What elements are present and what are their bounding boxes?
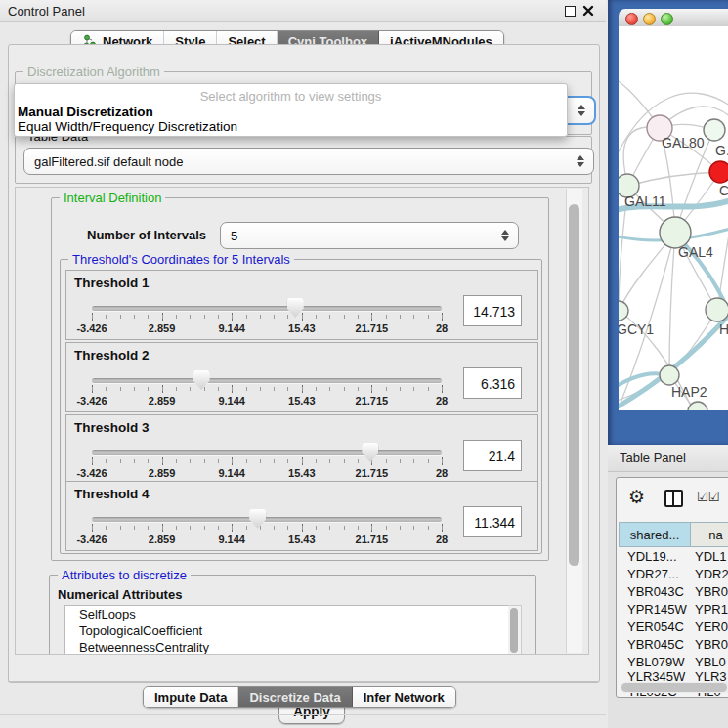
settings-scroll-panel: Interval Definition Number of Intervals … [15,187,589,655]
threshold-3-slider[interactable]: -3.4262.8599.14415.4321.71528 [92,443,444,482]
list-item[interactable]: SelfLoops [65,606,509,622]
interval-definition-group: Interval Definition Number of Intervals … [51,197,549,561]
column-header-shared-name[interactable]: shared... [619,522,691,547]
algorithm-option-manual[interactable]: Manual Discretization [18,105,153,119]
threshold-3-value-field[interactable]: 21.4 [463,440,522,471]
threshold-1-label: Threshold 1 [74,276,150,290]
gear-icon[interactable]: ⚙ [628,486,645,508]
table-header-row: shared... na [619,522,728,547]
table-row[interactable]: YDL19...YDL1 [619,549,728,567]
number-of-intervals-label: Number of Intervals [87,228,206,242]
tab-discretize-data-label: Discretize Data [249,690,340,705]
slider-minor-ticks [92,387,443,391]
threshold-1-panel: Threshold 1 -3.4262.8599.14415.4321.7152… [65,270,538,340]
list-item[interactable]: BetweennessCentrality [65,639,509,655]
table-data-select[interactable]: galFiltered.sif default node [23,148,594,175]
slider-minor-ticks [92,526,443,530]
columns-icon[interactable] [664,490,683,507]
slider-minor-ticks [92,459,443,463]
tab-discretize-data[interactable]: Discretize Data [238,687,352,707]
tab-infer-network-label: Infer Network [364,690,445,705]
slider-scale: -3.4262.8599.14415.4321.71528 [92,534,442,546]
node-label-gal4: GAL4 [678,244,713,260]
separator [8,681,598,682]
tab-impute-data[interactable]: Impute Data [144,687,238,707]
tab-infer-network[interactable]: Infer Network [353,687,455,707]
node-label-g-partial: G. [715,143,728,158]
minimize-traffic-light[interactable] [643,13,656,25]
list-item[interactable]: TopologicalCoefficient [65,622,509,639]
node-top-right[interactable] [704,119,725,141]
network-canvas[interactable]: GAL80 G. GAL11 C GAL4 GCY1 H HAP2 [619,26,728,410]
node-label-gcy1: GCY1 [619,321,654,337]
threshold-1-value-field[interactable]: 14.713 [463,295,522,326]
node-hap2[interactable] [660,365,679,385]
combo-arrows-icon [501,230,509,241]
threshold-3-panel: Threshold 3 -3.4262.8599.14415.4321.7152… [65,414,538,485]
threshold-2-slider[interactable]: -3.4262.8599.14415.4321.71528 [92,370,444,409]
thresholds-group-title: Threshold's Coordinates for 5 Intervals [68,252,294,267]
float-window-icon[interactable] [565,6,576,17]
table-panel-toolbar: ⚙ ☑☑ [617,478,728,519]
attributes-to-discretize-group: Attributes to discretize Numerical Attri… [49,575,536,655]
slider-track [92,517,442,522]
table-horizontal-scrollbar[interactable] [621,682,728,693]
numerical-attributes-list[interactable]: SelfLoops TopologicalCoefficient Between… [64,605,510,655]
separator [0,714,606,715]
table-row[interactable]: YPR145WYPR1 [619,602,728,620]
table-data-selected-value: galFiltered.sif default node [34,154,183,169]
checkbox-icons[interactable]: ☑☑ [697,490,719,504]
network-window-titlebar[interactable] [619,9,728,27]
table-panel-title: Table Panel [620,450,686,465]
threshold-2-value-field[interactable]: 6.316 [463,367,522,399]
network-view-window: GAL80 G. GAL11 C GAL4 GCY1 H HAP2 [608,0,728,445]
threshold-4-value-field[interactable]: 11.344 [463,506,522,537]
threshold-2-label: Threshold 2 [74,348,150,363]
number-of-intervals-value: 5 [231,229,237,243]
discretization-algorithm-group-title: Discretization Algorithm [23,64,164,79]
interval-definition-group-title: Interval Definition [60,191,165,205]
threshold-4-label: Threshold 4 [74,487,150,501]
algorithm-option-equal-width[interactable]: Equal Width/Frequency Discretization [18,119,237,134]
table-panel: ⚙ ☑☑ shared... na YDL19...YDL1 YDR27...Y… [616,477,728,698]
slider-minor-ticks [92,315,443,319]
cyni-toolbox-panel: Discretization Algorithm Select algorith… [8,44,600,683]
node-label-gal80: GAL80 [662,135,705,150]
table-panel-titlebar: Table Panel [608,445,728,472]
attributes-list-scrollbar[interactable] [508,605,522,655]
thresholds-coordinates-group: Threshold's Coordinates for 5 Intervals … [60,259,542,554]
network-graph [619,26,728,410]
table-row[interactable]: YBR043CYBR0 [619,584,728,602]
node-label-c-partial: C [719,183,728,198]
table-row[interactable]: YBR045CYBR0 [619,637,728,655]
control-panel: Control Panel Network Style Select Cyni … [0,0,606,728]
threshold-4-slider[interactable]: -3.4262.8599.14415.4321.71528 [92,509,444,548]
table-row[interactable]: YER054CYER0 [619,620,728,637]
panel-vertical-scrollbar[interactable] [566,189,582,653]
combo-arrows-icon [577,155,584,167]
slider-scale: -3.4262.8599.14415.4321.71528 [92,467,442,480]
column-header-name[interactable]: na [691,522,728,547]
algorithm-placeholder-option: Select algorithm to view settings [15,89,567,104]
node-bottom-partial[interactable] [688,402,707,410]
attributes-group-title: Attributes to discretize [58,568,191,582]
threshold-1-slider[interactable]: -3.4262.8599.14415.4321.71528 [92,298,444,337]
number-of-intervals-select[interactable]: 5 [220,222,519,249]
tab-impute-data-label: Impute Data [154,690,227,705]
slider-track [92,450,442,455]
slider-track [92,378,442,383]
combo-arrows-icon [578,105,585,116]
control-panel-title: Control Panel [8,4,85,19]
close-traffic-light[interactable] [625,13,638,25]
threshold-3-label: Threshold 3 [74,420,150,435]
slider-scale: -3.4262.8599.14415.4321.71528 [92,395,442,407]
node-h[interactable] [706,298,728,321]
cyni-bottom-tab-bar: Impute Data Discretize Data Infer Networ… [143,686,456,708]
close-icon[interactable] [582,5,594,17]
node-selected-red[interactable] [709,161,728,183]
node-label-h-partial: H [719,321,728,337]
zoom-traffic-light[interactable] [661,13,673,25]
table-panel-section: Table Panel ⚙ ☑☑ shared... na YDL19...YD… [608,445,728,728]
table-row[interactable]: YDR27...YDR2 [619,567,728,584]
threshold-4-panel: Threshold 4 -3.4262.8599.14415.4321.7152… [65,481,538,551]
